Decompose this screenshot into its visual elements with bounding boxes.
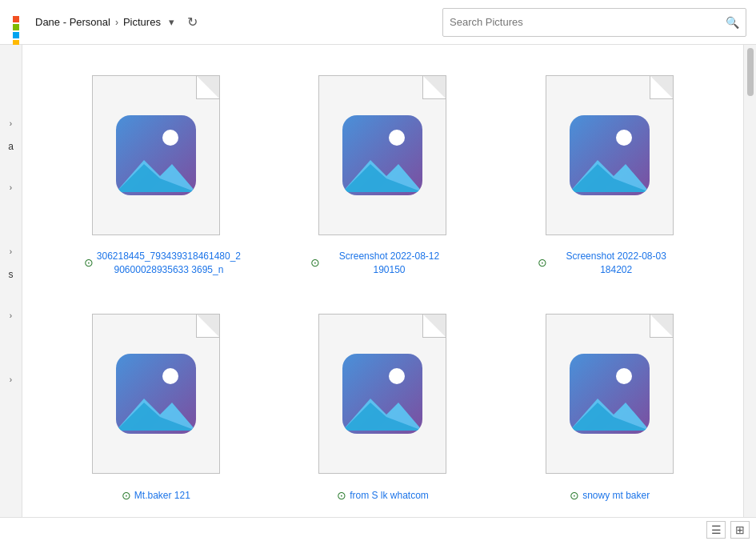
file-icon-wrapper-3 [536,67,684,243]
refresh-button[interactable]: ↻ [184,11,201,33]
photo-app-icon-4 [116,354,196,434]
file-icon-wrapper-1 [82,67,230,243]
photo-app-icon-2 [342,115,422,195]
sidebar-arrow-2[interactable]: › [0,179,22,195]
check-icon-1: ⊙ [84,255,94,271]
photo-app-icon-6 [570,354,650,434]
doc-paper-2 [318,75,446,235]
files-grid: ⊙ 306218445_793439318461480_2 9060002893… [54,61,711,510]
breadcrumb-pictures[interactable]: Pictures [123,16,161,28]
breadcrumb-dropdown-button[interactable]: ▾ [166,14,178,30]
main-area: a s › › › › › [0,45,756,517]
check-icon-3: ⊙ [538,255,547,271]
check-icon-5: ⊙ [337,488,346,504]
sidebar: a s › › › › › [0,45,22,517]
photo-mountain-1 [116,148,196,195]
photo-sun-1 [162,130,178,146]
scrollbar-thumb[interactable] [747,48,754,96]
photo-app-icon-5 [342,354,422,434]
sidebar-arrow-5[interactable]: › [0,371,22,387]
search-bar[interactable]: 🔍 [442,8,746,37]
file-label-1: ⊙ 306218445_793439318461480_2 9060002893… [84,250,228,277]
file-icon-wrapper-5 [309,306,457,482]
sidebar-arrow-1[interactable]: › [0,115,22,131]
search-icon: 🔍 [726,16,739,29]
grid-view-button[interactable]: ⊞ [730,521,750,539]
search-input[interactable] [450,16,726,28]
sidebar-arrow-3[interactable]: › [0,243,22,259]
list-item[interactable]: ⊙ 306218445_793439318461480_2 9060002893… [54,61,258,283]
doc-paper-4 [92,314,220,474]
photo-sun-5 [389,368,405,384]
photo-sun-3 [616,130,632,146]
list-item[interactable]: ⊙ Screenshot 2022-08-03 184202 [508,61,711,283]
bottom-bar: ☰ ⊞ [0,517,756,541]
scrollbar[interactable] [743,45,756,517]
photo-sun-4 [162,368,178,384]
file-label-6: ⊙ snowy mt baker [570,488,650,504]
list-view-icon: ☰ [711,523,722,536]
list-item[interactable]: ⊙ snowy mt baker [508,299,711,511]
photo-app-icon-1 [116,115,196,195]
doc-paper-6 [546,314,674,474]
photo-app-icon-3 [570,115,650,195]
doc-paper-3 [546,75,674,235]
photo-sun-2 [389,130,405,146]
files-content-area: ⊙ 306218445_793439318461480_2 9060002893… [22,45,743,517]
corner-fold-5 [423,315,446,337]
breadcrumb: Dane - Personal › Pictures ▾ [35,14,178,30]
file-icon-wrapper-4 [82,306,230,482]
corner-fold-4 [197,315,219,337]
file-label-5: ⊙ from S lk whatcom [337,488,429,504]
list-item[interactable]: ⊙ Screenshot 2022-08-12 190150 [282,61,485,283]
corner-fold-6 [650,315,673,337]
sidebar-arrow-4[interactable]: › [0,307,22,323]
check-icon-2: ⊙ [310,255,320,271]
photo-sun-6 [616,368,632,384]
file-icon-wrapper-2 [309,67,457,243]
check-icon-6: ⊙ [570,488,579,504]
breadcrumb-separator-1: › [115,17,118,28]
file-label-4: ⊙ Mt.baker 121 [122,488,190,504]
check-icon-4: ⊙ [122,488,131,504]
photo-mountain-3 [570,148,650,195]
corner-fold-3 [650,76,673,98]
file-icon-wrapper-6 [536,306,684,482]
corner-fold-1 [197,76,219,98]
list-item[interactable]: ⊙ Mt.baker 121 [54,299,258,511]
list-item[interactable]: ⊙ from S lk whatcom [282,299,485,511]
breadcrumb-dane-personal[interactable]: Dane - Personal [35,16,110,28]
photo-mountain-5 [342,387,422,434]
list-view-button[interactable]: ☰ [706,521,726,539]
corner-fold-2 [423,76,446,98]
file-label-3: ⊙ Screenshot 2022-08-03 184202 [538,250,682,277]
photo-mountain-6 [570,387,650,434]
grid-view-icon: ⊞ [735,523,745,536]
photo-mountain-4 [116,387,196,434]
title-bar: Dane - Personal › Pictures ▾ ↻ 🔍 [0,0,756,45]
file-label-2: ⊙ Screenshot 2022-08-12 190150 [310,250,454,277]
doc-paper-1 [92,75,220,235]
photo-mountain-2 [342,148,422,195]
doc-paper-5 [318,314,446,474]
windows-logo-icon [10,13,29,32]
